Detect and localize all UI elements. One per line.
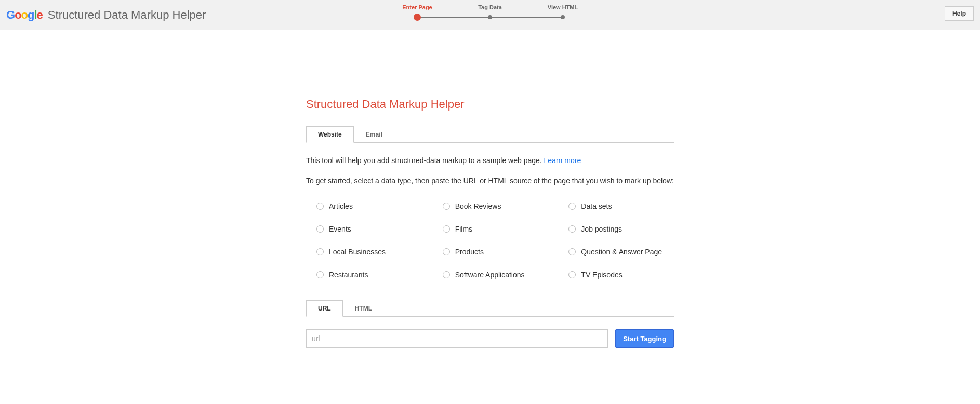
url-input[interactable] (306, 329, 608, 348)
radio-icon (316, 271, 324, 278)
stepper-step-view-html: View HTML (542, 4, 584, 10)
intro-text-1a: This tool will help you add structured-d… (306, 156, 544, 165)
google-logo: Google (6, 8, 43, 22)
radio-restaurants[interactable]: Restaurants (316, 271, 422, 279)
radio-label: Local Businesses (329, 248, 386, 256)
radio-events[interactable]: Events (316, 225, 422, 233)
url-section: URL HTML Start Tagging (306, 300, 674, 348)
radio-label: Films (455, 225, 472, 233)
radio-software-applications[interactable]: Software Applications (443, 271, 548, 279)
start-tagging-button[interactable]: Start Tagging (615, 329, 674, 348)
radio-data-sets[interactable]: Data sets (568, 202, 674, 210)
page-title: Structured Data Markup Helper (306, 98, 674, 111)
main-content: Structured Data Markup Helper Website Em… (301, 98, 679, 348)
data-types: ArticlesEventsLocal BusinessesRestaurant… (316, 202, 674, 279)
stepper-step-enter-page: Enter Page (396, 4, 438, 10)
help-button[interactable]: Help (945, 6, 974, 21)
tab-url[interactable]: URL (306, 300, 343, 317)
data-type-col-1: ArticlesEventsLocal BusinessesRestaurant… (316, 202, 422, 279)
radio-icon (443, 203, 450, 210)
radio-label: Restaurants (329, 271, 368, 279)
data-type-col-2: Book ReviewsFilmsProductsSoftware Applic… (443, 202, 548, 279)
radio-products[interactable]: Products (443, 248, 548, 256)
radio-label: Job postings (581, 225, 622, 233)
radio-label: Software Applications (455, 271, 525, 279)
tab-html[interactable]: HTML (343, 300, 384, 317)
learn-more-link[interactable]: Learn more (544, 156, 581, 165)
radio-icon (568, 248, 576, 255)
radio-label: TV Episodes (581, 271, 622, 279)
radio-icon (568, 271, 576, 278)
radio-icon (443, 225, 450, 233)
data-type-col-3: Data setsJob postingsQuestion & Answer P… (568, 202, 674, 279)
header-bar: Google Structured Data Markup Helper Ent… (0, 0, 980, 30)
logo-area: Google Structured Data Markup Helper (6, 8, 206, 22)
radio-question-answer-page[interactable]: Question & Answer Page (568, 248, 674, 256)
intro-text-1: This tool will help you add structured-d… (306, 155, 674, 166)
radio-icon (443, 271, 450, 278)
stepper-dot-3-icon (561, 15, 565, 19)
radio-label: Products (455, 248, 484, 256)
radio-films[interactable]: Films (443, 225, 548, 233)
radio-local-businesses[interactable]: Local Businesses (316, 248, 422, 256)
radio-label: Articles (329, 202, 353, 210)
radio-icon (568, 225, 576, 233)
radio-icon (568, 203, 576, 210)
radio-icon (443, 248, 450, 255)
intro-text-2: To get started, select a data type, then… (306, 176, 674, 186)
radio-book-reviews[interactable]: Book Reviews (443, 202, 548, 210)
radio-label: Events (329, 225, 351, 233)
radio-label: Question & Answer Page (581, 248, 662, 256)
radio-job-postings[interactable]: Job postings (568, 225, 674, 233)
app-title: Structured Data Markup Helper (48, 8, 206, 22)
radio-icon (316, 225, 324, 233)
stepper-dot-1-icon (414, 14, 421, 21)
radio-articles[interactable]: Articles (316, 202, 422, 210)
tab-website[interactable]: Website (306, 126, 354, 143)
stepper: Enter Page Tag Data View HTML (396, 4, 584, 21)
radio-label: Data sets (581, 202, 612, 210)
input-type-tabs: URL HTML (306, 300, 674, 317)
tab-email[interactable]: Email (354, 126, 394, 143)
radio-label: Book Reviews (455, 202, 501, 210)
stepper-dot-2-icon (488, 15, 492, 19)
content-type-tabs: Website Email (306, 126, 674, 143)
stepper-step-tag-data: Tag Data (469, 4, 511, 10)
radio-icon (316, 203, 324, 210)
radio-icon (316, 248, 324, 255)
radio-tv-episodes[interactable]: TV Episodes (568, 271, 674, 279)
